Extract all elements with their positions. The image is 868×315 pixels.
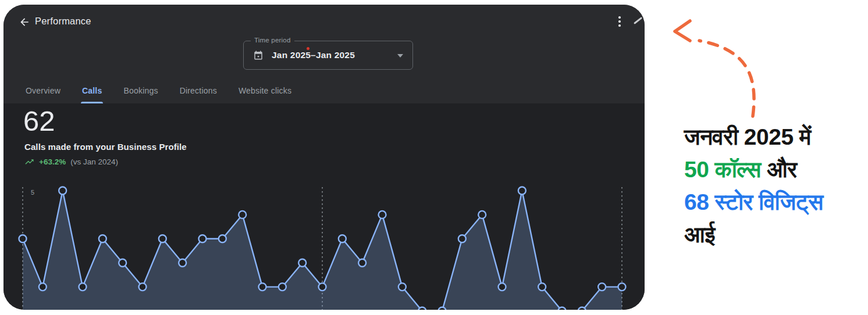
- tab-overview[interactable]: Overview: [24, 86, 62, 103]
- dashed-arrow-icon: [663, 16, 768, 121]
- percent-change: +63.2%: [39, 158, 66, 166]
- panel-body: 62 Calls made from your Business Profile…: [3, 103, 645, 310]
- dot: [618, 24, 621, 27]
- chart-point: [618, 283, 626, 291]
- chart-point: [119, 259, 126, 267]
- calendar-icon: [253, 50, 264, 60]
- chart-point: [139, 283, 147, 291]
- chart-point: [219, 235, 226, 242]
- calls-chart: 5: [3, 179, 645, 310]
- calls-description: Calls made from your Business Profile: [24, 142, 187, 152]
- time-period-value: Jan 2025–Jan 2025: [272, 50, 355, 60]
- chart-point: [319, 283, 326, 291]
- chart-point: [239, 211, 246, 219]
- caret-down-icon: [397, 54, 403, 58]
- comparison-period: (vs Jan 2024): [70, 158, 118, 166]
- chart-point: [598, 283, 606, 291]
- chart-point: [179, 259, 186, 267]
- chart-point: [199, 235, 207, 242]
- chart-point: [458, 235, 466, 242]
- chart-point: [439, 307, 446, 310]
- chart-point: [478, 211, 486, 219]
- chart-point: [558, 307, 566, 310]
- trending-up-icon: [24, 157, 34, 167]
- screen: Performance Time period Jan 2025–Jan 202…: [0, 0, 868, 315]
- time-period-label: Time period: [251, 37, 294, 44]
- chart-point: [279, 283, 286, 291]
- chart-point: [259, 283, 266, 291]
- annotation-calls-highlight: 50 कॉल्स: [684, 157, 761, 182]
- performance-panel: Performance Time period Jan 2025–Jan 202…: [3, 5, 645, 310]
- time-period-field[interactable]: Time period Jan 2025–Jan 2025: [243, 41, 413, 70]
- chart-point: [518, 187, 526, 195]
- tab-website-clicks[interactable]: Website clicks: [237, 86, 293, 103]
- chart-point: [59, 187, 66, 195]
- chart-point: [499, 283, 506, 291]
- chart-point: [39, 283, 47, 291]
- chart-point: [19, 235, 27, 242]
- back-button[interactable]: [16, 14, 33, 30]
- red-dot: [307, 47, 310, 50]
- chart-point: [339, 235, 346, 242]
- dot: [618, 16, 621, 19]
- chart-point: [379, 211, 386, 219]
- tab-calls[interactable]: Calls: [81, 86, 103, 103]
- chart-point: [99, 235, 106, 242]
- annotation-line-4: आई: [684, 219, 868, 251]
- dot: [618, 20, 621, 23]
- chart-point: [298, 259, 306, 267]
- overflow-menu-button[interactable]: [612, 13, 627, 30]
- tab-bookings[interactable]: Bookings: [122, 86, 159, 103]
- chart-point: [538, 283, 546, 291]
- chart-point: [399, 283, 406, 291]
- chart-point: [358, 259, 366, 267]
- y-axis-tick-label: 5: [31, 189, 34, 196]
- chart-point: [159, 235, 166, 242]
- tab-bar: Overview Calls Bookings Directions Websi…: [24, 86, 293, 103]
- trend-row: +63.2% (vs Jan 2024): [24, 157, 118, 167]
- calls-total: 62: [23, 105, 55, 137]
- annotation-line-1: जनवरी 2025 में: [684, 121, 868, 153]
- chart-point: [79, 283, 87, 291]
- tab-directions[interactable]: Directions: [179, 86, 218, 103]
- annotation-line-2-rest: और: [761, 157, 797, 182]
- hindi-annotation: जनवरी 2025 में 50 कॉल्स और 68 स्टोर विजि…: [684, 121, 868, 251]
- chart-point: [418, 307, 426, 310]
- annotation-line-2: 50 कॉल्स और: [684, 153, 868, 186]
- panel-header: Performance Time period Jan 2025–Jan 202…: [3, 5, 645, 103]
- page-title: Performance: [35, 16, 91, 27]
- chart-point: [578, 307, 586, 310]
- annotation-store-visits-highlight: 68 स्टोर विजिट्स: [684, 186, 868, 219]
- arrow-left-icon: [19, 16, 30, 28]
- close-icon[interactable]: [634, 17, 642, 24]
